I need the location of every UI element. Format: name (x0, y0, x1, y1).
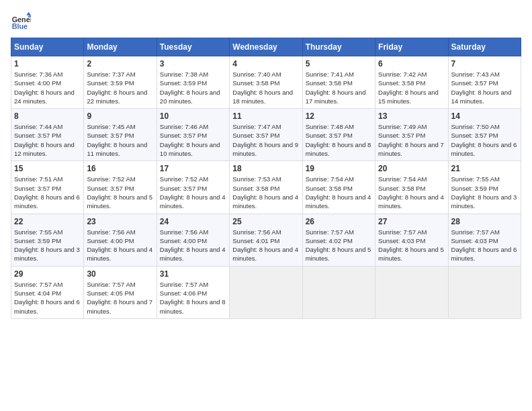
calendar-cell: 13Sunrise: 7:49 AMSunset: 3:57 PMDayligh… (375, 109, 448, 161)
cell-content: Sunrise: 7:55 AMSunset: 3:59 PMDaylight:… (451, 175, 518, 210)
calendar-cell: 18Sunrise: 7:53 AMSunset: 3:58 PMDayligh… (230, 161, 302, 214)
calendar-cell: 1Sunrise: 7:36 AMSunset: 4:00 PMDaylight… (11, 56, 84, 109)
calendar-cell: 21Sunrise: 7:55 AMSunset: 3:59 PMDayligh… (448, 161, 521, 214)
day-number: 28 (451, 217, 518, 226)
cell-content: Sunrise: 7:56 AMSunset: 4:00 PMDaylight:… (87, 228, 153, 263)
week-row-4: 22Sunrise: 7:55 AMSunset: 3:59 PMDayligh… (11, 214, 521, 266)
cell-content: Sunrise: 7:53 AMSunset: 3:58 PMDaylight:… (232, 175, 299, 210)
calendar-cell: 27Sunrise: 7:57 AMSunset: 4:03 PMDayligh… (375, 214, 448, 266)
day-number: 6 (378, 59, 445, 68)
day-number: 3 (160, 59, 226, 68)
cell-content: Sunrise: 7:54 AMSunset: 3:58 PMDaylight:… (306, 175, 372, 210)
calendar-cell: 22Sunrise: 7:55 AMSunset: 3:59 PMDayligh… (11, 214, 84, 266)
calendar-cell: 5Sunrise: 7:41 AMSunset: 3:58 PMDaylight… (302, 56, 375, 109)
cell-content: Sunrise: 7:57 AMSunset: 4:02 PMDaylight:… (306, 228, 372, 263)
calendar-cell (302, 266, 375, 318)
day-number: 13 (378, 111, 445, 121)
calendar-cell: 26Sunrise: 7:57 AMSunset: 4:02 PMDayligh… (302, 214, 375, 266)
day-number: 20 (378, 164, 445, 173)
cell-content: Sunrise: 7:57 AMSunset: 4:04 PMDaylight:… (14, 280, 81, 316)
week-row-3: 15Sunrise: 7:51 AMSunset: 3:57 PMDayligh… (11, 161, 521, 214)
calendar-cell: 30Sunrise: 7:57 AMSunset: 4:05 PMDayligh… (84, 266, 157, 318)
day-number: 8 (14, 111, 81, 121)
calendar-cell: 3Sunrise: 7:38 AMSunset: 3:59 PMDaylight… (157, 56, 229, 109)
calendar-cell: 25Sunrise: 7:56 AMSunset: 4:01 PMDayligh… (230, 214, 302, 266)
logo-icon: General Blue (11, 11, 31, 31)
calendar-cell: 24Sunrise: 7:56 AMSunset: 4:00 PMDayligh… (157, 214, 229, 266)
day-number: 1 (14, 59, 81, 68)
calendar-cell: 9Sunrise: 7:45 AMSunset: 3:57 PMDaylight… (84, 109, 157, 161)
calendar-cell: 20Sunrise: 7:54 AMSunset: 3:58 PMDayligh… (375, 161, 448, 214)
day-number: 21 (451, 164, 518, 173)
day-number: 31 (160, 269, 226, 279)
calendar-cell: 2Sunrise: 7:37 AMSunset: 3:59 PMDaylight… (84, 56, 157, 109)
cell-content: Sunrise: 7:41 AMSunset: 3:58 PMDaylight:… (306, 70, 372, 105)
cell-content: Sunrise: 7:50 AMSunset: 3:57 PMDaylight:… (451, 122, 518, 158)
cell-content: Sunrise: 7:51 AMSunset: 3:57 PMDaylight:… (14, 175, 81, 210)
calendar-cell: 7Sunrise: 7:43 AMSunset: 3:57 PMDaylight… (448, 56, 521, 109)
logo: General Blue (11, 11, 34, 31)
day-number: 5 (306, 59, 372, 68)
calendar-cell: 12Sunrise: 7:48 AMSunset: 3:57 PMDayligh… (302, 109, 375, 161)
cell-content: Sunrise: 7:57 AMSunset: 4:06 PMDaylight:… (160, 280, 226, 316)
svg-marker-2 (26, 12, 31, 15)
header-wednesday: Wednesday (230, 38, 302, 56)
cell-content: Sunrise: 7:45 AMSunset: 3:57 PMDaylight:… (87, 122, 153, 158)
calendar-cell: 10Sunrise: 7:46 AMSunset: 3:57 PMDayligh… (157, 109, 229, 161)
header-row: SundayMondayTuesdayWednesdayThursdayFrid… (11, 38, 521, 56)
calendar-table: SundayMondayTuesdayWednesdayThursdayFrid… (11, 38, 521, 319)
cell-content: Sunrise: 7:54 AMSunset: 3:58 PMDaylight:… (378, 175, 445, 210)
header-monday: Monday (84, 38, 157, 56)
calendar-cell: 16Sunrise: 7:52 AMSunset: 3:57 PMDayligh… (84, 161, 157, 214)
cell-content: Sunrise: 7:57 AMSunset: 4:03 PMDaylight:… (451, 228, 518, 263)
calendar-cell: 19Sunrise: 7:54 AMSunset: 3:58 PMDayligh… (302, 161, 375, 214)
day-number: 17 (160, 164, 226, 173)
header-saturday: Saturday (448, 38, 521, 56)
calendar-cell: 31Sunrise: 7:57 AMSunset: 4:06 PMDayligh… (157, 266, 229, 318)
day-number: 29 (14, 269, 81, 279)
cell-content: Sunrise: 7:46 AMSunset: 3:57 PMDaylight:… (160, 122, 226, 158)
cell-content: Sunrise: 7:40 AMSunset: 3:58 PMDaylight:… (232, 70, 299, 105)
cell-content: Sunrise: 7:55 AMSunset: 3:59 PMDaylight:… (14, 228, 81, 263)
day-number: 25 (232, 217, 299, 226)
day-number: 18 (232, 164, 299, 173)
cell-content: Sunrise: 7:57 AMSunset: 4:05 PMDaylight:… (87, 280, 153, 316)
calendar-cell: 17Sunrise: 7:52 AMSunset: 3:57 PMDayligh… (157, 161, 229, 214)
calendar-cell: 4Sunrise: 7:40 AMSunset: 3:58 PMDaylight… (230, 56, 302, 109)
calendar-cell: 15Sunrise: 7:51 AMSunset: 3:57 PMDayligh… (11, 161, 84, 214)
cell-content: Sunrise: 7:43 AMSunset: 3:57 PMDaylight:… (451, 70, 518, 105)
cell-content: Sunrise: 7:57 AMSunset: 4:03 PMDaylight:… (378, 228, 445, 263)
svg-text:Blue: Blue (12, 22, 28, 30)
cell-content: Sunrise: 7:56 AMSunset: 4:01 PMDaylight:… (232, 228, 299, 263)
calendar-cell: 6Sunrise: 7:42 AMSunset: 3:58 PMDaylight… (375, 56, 448, 109)
day-number: 15 (14, 164, 81, 173)
cell-content: Sunrise: 7:36 AMSunset: 4:00 PMDaylight:… (14, 70, 81, 105)
cell-content: Sunrise: 7:47 AMSunset: 3:57 PMDaylight:… (232, 122, 299, 158)
day-number: 16 (87, 164, 153, 173)
calendar-cell: 11Sunrise: 7:47 AMSunset: 3:57 PMDayligh… (230, 109, 302, 161)
week-row-1: 1Sunrise: 7:36 AMSunset: 4:00 PMDaylight… (11, 56, 521, 109)
day-number: 24 (160, 217, 226, 226)
day-number: 9 (87, 111, 153, 121)
calendar-cell: 29Sunrise: 7:57 AMSunset: 4:04 PMDayligh… (11, 266, 84, 318)
calendar-cell (375, 266, 448, 318)
week-row-2: 8Sunrise: 7:44 AMSunset: 3:57 PMDaylight… (11, 109, 521, 161)
day-number: 7 (451, 59, 518, 68)
header-thursday: Thursday (302, 38, 375, 56)
cell-content: Sunrise: 7:38 AMSunset: 3:59 PMDaylight:… (160, 70, 226, 105)
cell-content: Sunrise: 7:52 AMSunset: 3:57 PMDaylight:… (87, 175, 153, 210)
day-number: 22 (14, 217, 81, 226)
cell-content: Sunrise: 7:37 AMSunset: 3:59 PMDaylight:… (87, 70, 153, 105)
cell-content: Sunrise: 7:44 AMSunset: 3:57 PMDaylight:… (14, 122, 81, 158)
cell-content: Sunrise: 7:52 AMSunset: 3:57 PMDaylight:… (160, 175, 226, 210)
day-number: 26 (306, 217, 372, 226)
cell-content: Sunrise: 7:42 AMSunset: 3:58 PMDaylight:… (378, 70, 445, 105)
cell-content: Sunrise: 7:49 AMSunset: 3:57 PMDaylight:… (378, 122, 445, 158)
day-number: 4 (232, 59, 299, 68)
calendar-cell (230, 266, 302, 318)
day-number: 10 (160, 111, 226, 121)
calendar-cell: 28Sunrise: 7:57 AMSunset: 4:03 PMDayligh… (448, 214, 521, 266)
day-number: 12 (306, 111, 372, 121)
page-header: General Blue (11, 11, 521, 31)
cell-content: Sunrise: 7:48 AMSunset: 3:57 PMDaylight:… (306, 122, 372, 158)
